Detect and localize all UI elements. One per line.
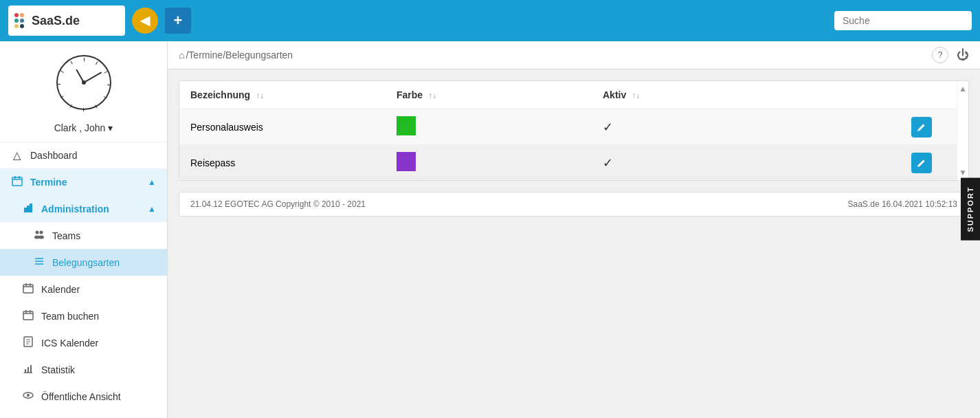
team-buchen-icon (22, 309, 34, 322)
footer-copyright: 21.04.12 EGOTEC AG Copyright © 2010 - 20… (190, 199, 366, 209)
svg-rect-18 (23, 311, 33, 320)
user-area[interactable]: Clark , John ▾ (0, 117, 167, 142)
clock-area (0, 41, 167, 117)
support-label: SUPPORT (966, 186, 975, 232)
edit-button-2[interactable] (911, 153, 932, 173)
svg-rect-14 (23, 285, 33, 293)
sidebar-label-ics-kalender: ICS Kalender (41, 338, 98, 349)
svg-point-31 (27, 394, 30, 397)
cell-aktiv-2: ✓ (603, 155, 911, 170)
edit-button-1[interactable] (911, 117, 932, 138)
back-icon: ◀ (140, 13, 150, 28)
help-button[interactable]: ? (932, 47, 948, 63)
header-bezeichnung[interactable]: Bezeichnung ↑↓ (190, 89, 397, 100)
sidebar-label-statistik: Statistik (41, 364, 75, 375)
scroll-up-button[interactable]: ▲ (959, 84, 967, 94)
sidebar-item-offentliche-ansicht[interactable]: Öffentliche Ansicht (0, 383, 167, 410)
scroll-down-button[interactable]: ▼ (959, 168, 967, 177)
dot2 (20, 13, 24, 17)
back-button[interactable]: ◀ (132, 8, 158, 34)
add-button[interactable]: + (165, 8, 191, 34)
svg-rect-0 (12, 177, 22, 186)
cell-edit-2 (911, 153, 946, 173)
svg-rect-28 (27, 367, 29, 373)
cell-bezeichnung-2: Reisepass (190, 157, 397, 168)
svg-point-8 (40, 231, 43, 234)
user-name: Clark , John (54, 122, 106, 133)
minute-hand (83, 72, 102, 82)
footer-info: SaaS.de 16.04.2021 10:52:13 (848, 199, 957, 209)
sidebar-label-termine: Termine (30, 177, 67, 188)
termine-icon (11, 175, 23, 188)
svg-rect-6 (30, 204, 32, 212)
sidebar-label-teams: Teams (52, 230, 80, 241)
content-area: ⌂ /Termine/Belegungsarten ? ⏻ Bezeichnun… (168, 41, 980, 418)
sort-bezeichnung-icon: ↑↓ (256, 91, 264, 100)
ics-kalender-icon (22, 336, 34, 349)
logo-area: SaaS.de (8, 6, 125, 36)
cell-bezeichnung-1: Personalausweis (190, 122, 397, 133)
svg-point-7 (36, 231, 39, 234)
cell-aktiv-1: ✓ (603, 120, 911, 135)
breadcrumb: ⌂ /Termine/Belegungsarten (179, 50, 293, 60)
sidebar-item-statistik[interactable]: Statistik (0, 356, 167, 383)
search-input[interactable] (834, 11, 972, 30)
administration-icon (22, 202, 34, 215)
sidebar-label-offentliche-ansicht: Öffentliche Ansicht (41, 391, 121, 402)
svg-point-10 (38, 236, 44, 239)
dot1 (14, 13, 19, 17)
cell-farbe-1 (397, 116, 603, 138)
sidebar-label-team-buchen: Team buchen (41, 311, 99, 322)
check-2: ✓ (603, 156, 613, 170)
statistik-icon (22, 363, 34, 376)
table-row: Personalausweis ✓ (179, 109, 957, 145)
support-tab[interactable]: SUPPORT (961, 177, 980, 240)
user-dropdown-icon: ▾ (108, 122, 113, 133)
color-box-1 (397, 116, 416, 135)
belegungsarten-icon (33, 256, 45, 269)
check-1: ✓ (603, 120, 613, 134)
logo-dots (14, 12, 29, 29)
scroll-arrows: ▲ ▼ (957, 81, 968, 180)
sidebar-item-belegungsarten[interactable]: Belegungsarten (0, 249, 167, 276)
dot4 (20, 19, 24, 23)
footer: 21.04.12 EGOTEC AG Copyright © 2010 - 20… (179, 192, 969, 217)
cell-edit-1 (911, 117, 946, 138)
power-button[interactable]: ⏻ (957, 48, 969, 63)
sidebar-label-administration: Administration (41, 204, 109, 214)
home-icon[interactable]: ⌂ (179, 50, 184, 60)
svg-rect-4 (24, 208, 27, 212)
header-aktiv[interactable]: Aktiv ↑↓ (603, 89, 911, 100)
sidebar-item-teams[interactable]: Teams (0, 222, 167, 249)
main-area: Clark , John ▾ △ Dashboard Termine ▲ Adm… (0, 41, 980, 418)
table-with-scroll: Bezeichnung ↑↓ Farbe ↑↓ Aktiv ↑↓ (179, 81, 968, 180)
sidebar: Clark , John ▾ △ Dashboard Termine ▲ Adm… (0, 41, 168, 418)
sidebar-item-ics-kalender[interactable]: ICS Kalender (0, 329, 167, 356)
sidebar-item-kalender[interactable]: Kalender (0, 276, 167, 302)
clock-center (82, 80, 86, 85)
topbar: SaaS.de ◀ + (0, 0, 980, 41)
offentliche-ansicht-icon (22, 390, 34, 403)
teams-icon (33, 229, 45, 242)
svg-rect-5 (27, 206, 30, 212)
header-farbe[interactable]: Farbe ↑↓ (397, 89, 603, 100)
sidebar-item-termine[interactable]: Termine ▲ (0, 168, 167, 195)
dot6 (20, 24, 24, 28)
svg-rect-27 (25, 369, 26, 373)
sort-farbe-icon: ↑↓ (428, 91, 436, 100)
color-box-2 (397, 152, 416, 171)
dashboard-icon: △ (11, 149, 23, 162)
kalender-icon (22, 283, 34, 296)
sidebar-item-administration[interactable]: Administration ▲ (0, 195, 167, 222)
support-tab-wrapper: SUPPORT (961, 177, 980, 240)
table-body: Bezeichnung ↑↓ Farbe ↑↓ Aktiv ↑↓ (179, 81, 957, 180)
sidebar-label-belegungsarten: Belegungsarten (52, 257, 120, 268)
sidebar-item-dashboard[interactable]: △ Dashboard (0, 142, 167, 168)
termine-collapse-icon: ▲ (148, 177, 156, 187)
sidebar-item-team-buchen[interactable]: Team buchen (0, 302, 167, 329)
logo-text: SaaS.de (32, 14, 80, 28)
dot5 (14, 24, 19, 28)
dot3 (14, 19, 19, 23)
breadcrumb-actions: ? ⏻ (932, 47, 969, 63)
data-panel: Bezeichnung ↑↓ Farbe ↑↓ Aktiv ↑↓ (179, 80, 969, 181)
